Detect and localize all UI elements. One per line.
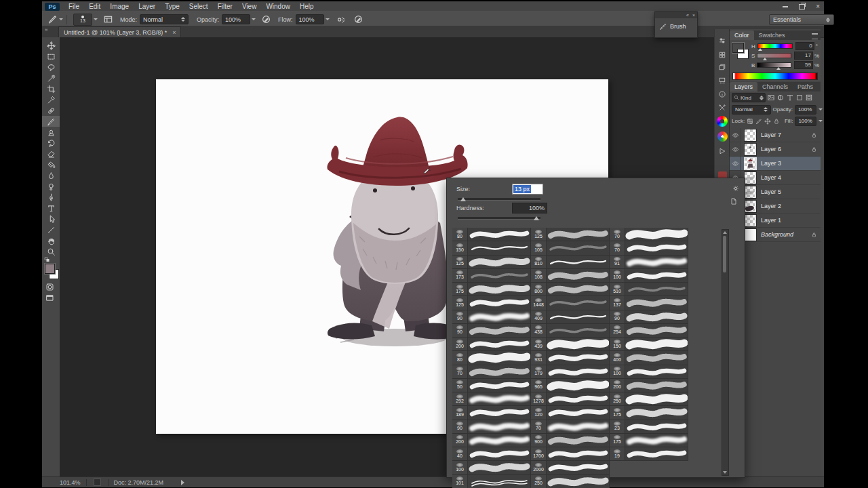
picker-settings-gear-icon[interactable] <box>732 184 740 192</box>
status-options-arrow-icon[interactable] <box>181 480 184 485</box>
layer-name[interactable]: Layer 7 <box>761 131 781 138</box>
hand-tool[interactable] <box>42 235 60 246</box>
filter-shape-layers-icon[interactable] <box>795 94 804 102</box>
eraser-tool[interactable] <box>42 148 60 159</box>
brush-preset[interactable]: 250 <box>610 392 688 406</box>
brush-preset[interactable]: 125 <box>531 228 609 241</box>
brush-tool[interactable] <box>42 116 60 127</box>
brush-panel-flyout[interactable]: « × Brush <box>654 12 698 38</box>
brush-preset[interactable]: 100 <box>452 461 530 474</box>
brush-preset[interactable]: 137 <box>610 296 688 310</box>
brush-preset[interactable]: 80 <box>452 351 530 365</box>
brush-tool-icon[interactable] <box>47 14 58 24</box>
layer-thumbnail[interactable] <box>744 228 757 241</box>
blur-tool[interactable] <box>42 170 60 181</box>
layer-thumbnail[interactable] <box>744 186 757 199</box>
brush-preset[interactable]: 810 <box>531 256 609 269</box>
collapsed-panel-swatch-wheel[interactable] <box>717 131 728 142</box>
tab-close-icon[interactable]: × <box>172 29 176 36</box>
quick-selection-tool[interactable] <box>42 73 60 83</box>
filter-kind-select[interactable]: Kind <box>732 93 766 102</box>
history-brush-tool[interactable] <box>42 138 60 148</box>
brush-preset[interactable]: 175 <box>610 406 688 420</box>
brush-picker-arrow-icon[interactable] <box>94 18 98 20</box>
brush-preset[interactable]: 90 <box>452 420 530 434</box>
brush-preset[interactable]: 438 <box>531 324 609 338</box>
mode-select[interactable]: Normal <box>140 14 189 24</box>
brush-preset[interactable]: 40 <box>452 447 530 461</box>
filter-type-layers-icon[interactable] <box>786 94 794 102</box>
brush-preset[interactable]: 50 <box>452 379 530 392</box>
hardness-input[interactable]: 100% <box>512 203 547 214</box>
brush-preset[interactable]: 125 <box>452 256 530 269</box>
close-icon[interactable]: × <box>816 3 820 10</box>
brush-preset[interactable]: 189 <box>452 406 530 420</box>
brush-preset[interactable]: 100 <box>610 269 688 283</box>
brush-preset[interactable]: 101 <box>452 475 530 488</box>
zoom-tool[interactable] <box>42 246 60 257</box>
collapsed-panel-info[interactable] <box>717 89 728 100</box>
brush-preset[interactable]: 900 <box>531 434 609 447</box>
layer-name[interactable]: Background <box>761 231 793 238</box>
layer-row-layer-6[interactable]: Layer 6 <box>730 142 821 157</box>
brush-preset[interactable]: 175 <box>452 283 530 296</box>
saturation-value[interactable]: 17 <box>794 52 813 60</box>
brush-preset[interactable]: 70 <box>610 228 688 241</box>
brush-preset[interactable]: 80 <box>452 228 530 241</box>
brush-preset[interactable]: 90 <box>610 310 688 324</box>
menu-type[interactable]: Type <box>160 1 184 12</box>
brush-preset-picker[interactable]: 13 <box>73 14 92 26</box>
brush-preset[interactable]: 175 <box>610 434 688 447</box>
brush-preset[interactable]: 100 <box>610 365 688 379</box>
workspace-switcher[interactable]: Essentials <box>769 14 834 25</box>
tablet-size-icon[interactable] <box>353 14 363 24</box>
path-selection-tool[interactable] <box>42 214 60 224</box>
layer-row-layer-7[interactable]: Layer 7 <box>730 128 821 142</box>
fill-arrow-icon[interactable] <box>818 120 823 122</box>
screen-mode-icon[interactable] <box>45 293 54 302</box>
brush-preset[interactable]: 254 <box>610 324 688 338</box>
layer-thumbnail[interactable] <box>744 214 757 227</box>
collapsed-panel-tool-presets[interactable] <box>717 102 728 113</box>
layer-name[interactable]: Layer 2 <box>761 203 781 209</box>
brightness-slider[interactable] <box>757 62 791 68</box>
brush-preset[interactable]: 125 <box>452 296 530 310</box>
layer-name[interactable]: Layer 5 <box>761 188 781 195</box>
brush-preset[interactable]: 150 <box>452 241 530 255</box>
brush-preset[interactable]: 1448 <box>531 296 609 310</box>
brush-preset[interactable]: 292 <box>452 392 530 406</box>
collapsed-panel-adjustments[interactable] <box>717 49 728 60</box>
layer-visibility-eye-icon[interactable] <box>730 157 741 170</box>
layer-opacity-arrow-icon[interactable] <box>818 108 823 110</box>
flow-select[interactable]: 100% <box>296 14 324 24</box>
opacity-select[interactable]: 100% <box>222 14 250 24</box>
menu-filter[interactable]: Filter <box>213 1 237 12</box>
brush-preset[interactable]: 70 <box>531 420 609 434</box>
dodge-tool[interactable] <box>42 181 60 192</box>
fill-select[interactable]: 100% <box>795 117 816 126</box>
lock-all-icon[interactable] <box>773 117 780 125</box>
scrollbar-thumb[interactable] <box>723 236 726 272</box>
menu-image[interactable]: Image <box>105 1 134 12</box>
clone-stamp-tool[interactable] <box>42 127 60 138</box>
tab-paths[interactable]: Paths <box>793 82 818 92</box>
collapsed-panel-history[interactable] <box>717 35 728 46</box>
tablet-opacity-icon[interactable] <box>261 14 271 24</box>
brush-preset[interactable]: 19 <box>610 447 688 461</box>
brush-preset[interactable]: 1700 <box>531 447 609 461</box>
layer-thumbnail[interactable] <box>744 129 757 142</box>
hardness-slider-thumb[interactable] <box>534 216 539 220</box>
size-input[interactable]: 13 px <box>512 184 543 195</box>
filter-pixel-layers-icon[interactable] <box>767 94 775 102</box>
layer-thumbnail[interactable] <box>744 200 757 213</box>
brush-preset[interactable]: 931 <box>531 351 609 365</box>
quick-mask-icon[interactable] <box>45 283 54 291</box>
brush-preset[interactable]: 439 <box>531 338 609 351</box>
layer-opacity-select[interactable]: 100% <box>795 105 816 115</box>
toggle-brush-panel-icon[interactable] <box>103 14 113 24</box>
size-slider-thumb[interactable] <box>460 197 466 201</box>
brush-preset[interactable]: 200 <box>452 338 530 351</box>
layer-visibility-eye-icon[interactable] <box>730 142 741 156</box>
brush-preset[interactable]: 108 <box>531 269 609 283</box>
tab-color[interactable]: Color <box>730 30 754 40</box>
